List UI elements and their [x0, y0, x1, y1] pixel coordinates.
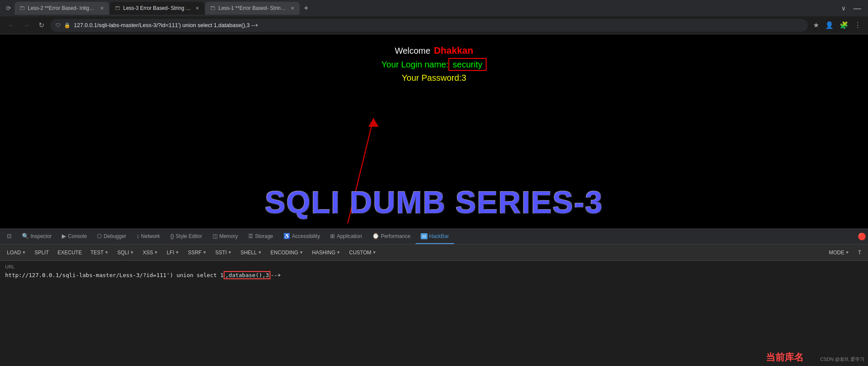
lfi-dropdown-icon: ▼ — [175, 250, 179, 255]
performance-label: Performance — [381, 233, 410, 239]
memory-icon: ◫ — [212, 233, 218, 239]
ssrf-dropdown-icon: ▼ — [203, 250, 207, 255]
application-icon: ⊞ — [330, 233, 335, 239]
devtools-tab-hackbar[interactable]: H HackBar — [416, 229, 454, 244]
cn-annotation: 当前库名 — [766, 351, 804, 364]
style-editor-label: Style Editor — [176, 233, 202, 239]
hackbar-url-area: URL http://127.0.0.1/sqli-labs-master/Le… — [0, 261, 868, 366]
devtools-tab-responsive[interactable]: ⊡ — [2, 229, 17, 244]
hackbar-label: HackBar — [429, 233, 449, 239]
sqli-dropdown-icon: ▼ — [130, 250, 134, 255]
page-content: Welcome Dhakkan Your Login name:security… — [0, 34, 868, 229]
tab-less2[interactable]: 🗔 Less-2 **Error Based- Intiger** ✕ — [15, 2, 109, 15]
new-tab-button[interactable]: + — [300, 2, 312, 15]
ssrf-button[interactable]: SSRF ▼ — [185, 248, 210, 257]
welcome-line: Welcome Dhakkan — [382, 45, 487, 56]
debugger-label: Debugger — [103, 233, 126, 239]
devtools-tab-style-editor[interactable]: {} Style Editor — [165, 229, 207, 244]
devtools-tab-storage[interactable]: ☰ Storage — [243, 229, 278, 244]
tab-overflow-button[interactable]: ∨ — [838, 3, 849, 13]
url-content: http://127.0.0.1/sqli-labs-master/Less-3… — [5, 271, 863, 279]
encoding-button[interactable]: ENCODING ▼ — [267, 248, 307, 257]
tab-less1-close[interactable]: ✕ — [291, 6, 294, 11]
tab-less3-close[interactable]: ✕ — [195, 6, 199, 11]
responsive-icon: ⊡ — [7, 233, 12, 239]
split-button[interactable]: SPLIT — [31, 248, 52, 257]
performance-icon: ⌚ — [372, 233, 379, 239]
xss-button[interactable]: XSS ▼ — [139, 248, 161, 257]
execute-button[interactable]: EXECUTE — [54, 248, 85, 257]
load-dropdown-icon: ▼ — [22, 250, 26, 255]
devtools-tab-debugger[interactable]: ⬡ Debugger — [92, 229, 131, 244]
url-prefix: http://127.0.0.1/sqli-labs-master/Less-3… — [5, 272, 224, 278]
devtools-tab-console[interactable]: ▶ Console — [57, 229, 92, 244]
url-suffix: --+ — [270, 272, 280, 278]
menu-button[interactable]: ⋮ — [853, 19, 863, 31]
network-label: Network — [141, 233, 160, 239]
custom-button[interactable]: CUSTOM ▼ — [346, 248, 380, 257]
bookmark-button[interactable]: ★ — [811, 19, 821, 31]
page-main: Welcome Dhakkan Your Login name:security… — [0, 34, 868, 229]
login-name-value: security — [449, 58, 487, 71]
storage-label: Storage — [255, 233, 273, 239]
minimize-button[interactable]: — — [850, 2, 865, 15]
sqli-title-text: SQLI DUMB SERIES-3 — [265, 185, 603, 220]
devtools-tab-accessibility[interactable]: ♿ Accessibility — [278, 229, 325, 244]
tab-bar: ⟳ 🗔 Less-2 **Error Based- Intiger** ✕ 🗔 … — [0, 0, 868, 16]
toolbar: ← → ↻ 🛡 🔒 ★ 👤 🧩 ⋮ — [0, 16, 868, 34]
browser-window: ⟳ 🗔 Less-2 **Error Based- Intiger** ✕ 🗔 … — [0, 0, 868, 366]
console-icon: ▶ — [62, 233, 66, 239]
devtools-tab-network[interactable]: ↕ Network — [131, 229, 165, 244]
hackbar-toolbar: LOAD ▼ SPLIT EXECUTE TEST ▼ SQLI ▼ — [0, 244, 868, 261]
inspector-icon: 🔍 — [22, 233, 29, 239]
memory-label: Memory — [219, 233, 238, 239]
mode-button[interactable]: MODE ▼ — [826, 248, 853, 257]
devtools-panel: ⊡ 🔍 Inspector ▶ Console ⬡ Debugger ↕ Net… — [0, 229, 868, 366]
custom-dropdown-icon: ▼ — [372, 250, 376, 255]
encoding-dropdown-icon: ▼ — [299, 250, 303, 255]
forward-button[interactable]: → — [21, 20, 33, 31]
shell-button[interactable]: SHELL ▼ — [237, 248, 265, 257]
login-name-label: Your Login name: — [382, 60, 449, 69]
storage-icon: ☰ — [248, 233, 253, 239]
password-label: Your Password: — [402, 73, 461, 82]
svg-marker-1 — [368, 118, 379, 127]
hashing-dropdown-icon: ▼ — [336, 250, 340, 255]
url-highlight: ,database(),3 — [224, 271, 271, 279]
test-button[interactable]: TEST ▼ — [87, 248, 112, 257]
shield-icon: 🛡 — [55, 22, 61, 28]
devtools-tab-memory[interactable]: ◫ Memory — [207, 229, 243, 244]
lfi-button[interactable]: LFI ▼ — [163, 248, 182, 257]
devtools-tab-performance[interactable]: ⌚ Performance — [367, 229, 416, 244]
network-icon: ↕ — [137, 233, 140, 239]
accessibility-label: Accessibility — [292, 233, 320, 239]
welcome-label: Welcome — [395, 46, 431, 56]
tab-less2-close[interactable]: ✕ — [100, 6, 104, 11]
debugger-icon: ⬡ — [97, 233, 102, 239]
ssti-button[interactable]: SSTI ▼ — [212, 248, 236, 257]
t-button[interactable]: T — [855, 248, 865, 257]
mode-dropdown-icon: ▼ — [845, 250, 850, 255]
profile-button[interactable]: 👤 — [823, 19, 835, 31]
test-dropdown-icon: ▼ — [104, 250, 109, 255]
devtools-tab-inspector[interactable]: 🔍 Inspector — [17, 229, 57, 244]
sqli-button[interactable]: SQLI ▼ — [114, 248, 137, 257]
address-bar[interactable]: 🛡 🔒 — [50, 19, 808, 32]
hashing-button[interactable]: HASHING ▼ — [309, 248, 344, 257]
inspector-label: Inspector — [30, 233, 52, 239]
devtools-tabs: ⊡ 🔍 Inspector ▶ Console ⬡ Debugger ↕ Net… — [0, 229, 868, 244]
load-button[interactable]: LOAD ▼ — [3, 248, 30, 257]
tab-less1[interactable]: 🗔 Less-1 **Error Based- String** ✕ — [205, 2, 300, 15]
ssti-dropdown-icon: ▼ — [228, 250, 232, 255]
url-input[interactable] — [74, 22, 803, 28]
devtools-tab-application[interactable]: ⊞ Application — [325, 229, 367, 244]
extensions-button[interactable]: 🧩 — [838, 19, 850, 31]
accessibility-icon: ♿ — [283, 233, 290, 239]
tab-less3[interactable]: 🗔 Less-3 Error Based- String (with ✕ — [110, 2, 204, 15]
password-value: 3 — [461, 73, 466, 82]
tab-history-icon[interactable]: ⟳ — [3, 5, 14, 12]
application-label: Application — [337, 233, 362, 239]
reload-button[interactable]: ↻ — [36, 19, 47, 31]
toolbar-actions: ★ 👤 🧩 ⋮ — [811, 19, 863, 31]
back-button[interactable]: ← — [5, 20, 17, 31]
